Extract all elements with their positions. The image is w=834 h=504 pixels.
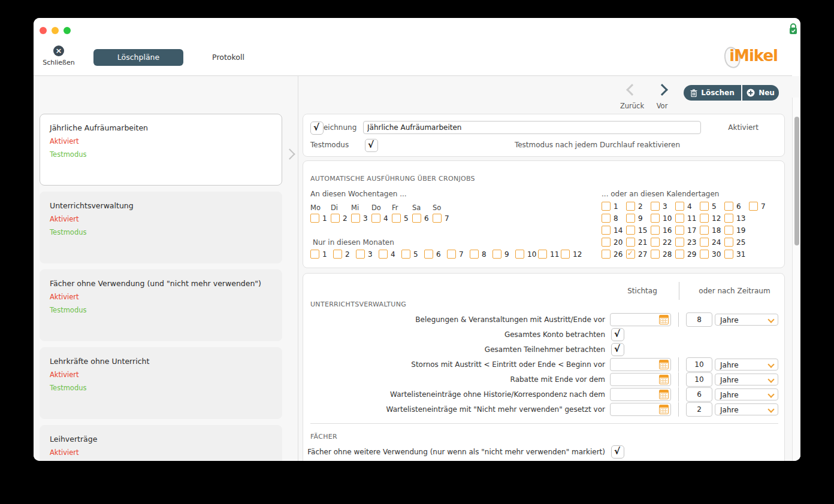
period-unit-select[interactable]: Jahre bbox=[715, 374, 778, 385]
month-2-checkbox[interactable] bbox=[333, 250, 342, 259]
settings-checkbox[interactable] bbox=[611, 343, 624, 356]
weekday-name: Mo bbox=[310, 204, 331, 212]
calendar-day-3-number: 3 bbox=[663, 202, 667, 211]
period-unit-select[interactable]: Jahre bbox=[715, 403, 778, 415]
plan-list-item-1[interactable]: UnterrichtsverwaltungAktiviertTestmodus bbox=[40, 192, 282, 263]
calendar-day-5-checkbox[interactable] bbox=[700, 202, 709, 211]
month-4-checkbox[interactable] bbox=[379, 250, 388, 259]
period-value-input[interactable] bbox=[686, 387, 712, 402]
plan-list-item-2[interactable]: Fächer ohne Verwendung (und "nicht mehr … bbox=[40, 269, 282, 341]
date-input[interactable] bbox=[610, 313, 671, 326]
month-10-checkbox[interactable] bbox=[515, 250, 524, 259]
weekday-2-checkbox[interactable] bbox=[331, 214, 340, 223]
month-3-checkbox[interactable] bbox=[356, 250, 365, 259]
calendar-day-2-checkbox[interactable] bbox=[626, 202, 635, 211]
weekday-1-checkbox[interactable] bbox=[310, 214, 319, 223]
column-header-zeitraum: oder nach Zeitraum bbox=[687, 287, 782, 295]
calendar-day-18-checkbox[interactable] bbox=[700, 226, 709, 235]
settings-checkbox[interactable] bbox=[611, 445, 624, 459]
calendar-day-24-checkbox[interactable] bbox=[700, 238, 709, 247]
month-6-checkbox[interactable] bbox=[424, 250, 433, 259]
plan-status-testmodus: Testmodus bbox=[50, 306, 273, 314]
calendar-day-19-checkbox[interactable] bbox=[724, 226, 733, 235]
calendar-day-15-checkbox[interactable] bbox=[626, 226, 635, 235]
calendar-day-11-number: 11 bbox=[687, 214, 696, 223]
scrollbar-thumb[interactable] bbox=[794, 117, 799, 245]
traffic-light-close[interactable] bbox=[40, 27, 47, 34]
calendar-day-1-checkbox[interactable] bbox=[602, 202, 611, 211]
calendar-day-13-checkbox[interactable] bbox=[724, 214, 733, 223]
calendar-day-17-checkbox[interactable] bbox=[675, 226, 684, 235]
traffic-light-zoom[interactable] bbox=[64, 27, 71, 34]
calendar-day-30-checkbox[interactable] bbox=[700, 250, 709, 259]
tab-protokoll[interactable]: Protokoll bbox=[201, 49, 255, 66]
bezeichnung-input[interactable] bbox=[363, 121, 701, 134]
period-unit-select[interactable]: Jahre bbox=[715, 388, 778, 400]
date-input[interactable] bbox=[610, 403, 671, 416]
period-value-input[interactable] bbox=[686, 357, 712, 372]
calendar-day-27-checkbox[interactable] bbox=[626, 250, 635, 259]
calendar-day-11-checkbox[interactable] bbox=[675, 214, 684, 223]
month-7-checkbox[interactable] bbox=[447, 250, 456, 259]
period-value-input[interactable] bbox=[686, 312, 712, 327]
tab-loeschplaene[interactable]: Löschpläne bbox=[93, 49, 183, 66]
new-button[interactable]: Neu bbox=[742, 85, 779, 101]
calendar-day-10-checkbox[interactable] bbox=[651, 214, 660, 223]
month-10: 10 bbox=[515, 250, 538, 259]
date-input[interactable] bbox=[610, 358, 671, 371]
weekday-3-checkbox[interactable] bbox=[351, 214, 360, 223]
month-8-checkbox[interactable] bbox=[470, 250, 479, 259]
plan-list-item-4[interactable]: LeihverträgeAktiviertTestmodus bbox=[40, 425, 282, 461]
calendar-day-6-checkbox[interactable] bbox=[724, 202, 733, 211]
period-unit-select[interactable]: Jahre bbox=[715, 314, 778, 326]
calendar-day-3-checkbox[interactable] bbox=[651, 202, 660, 211]
calendar-day-12-checkbox[interactable] bbox=[700, 214, 709, 223]
settings-checkbox[interactable] bbox=[611, 328, 624, 341]
month-9-checkbox[interactable] bbox=[492, 250, 501, 259]
calendar-day-31-checkbox[interactable] bbox=[724, 250, 733, 259]
calendar-day-22-checkbox[interactable] bbox=[651, 238, 660, 247]
aktiviert-checkbox[interactable] bbox=[310, 122, 324, 135]
period-unit-select[interactable]: Jahre bbox=[715, 359, 778, 371]
calendar-day-16-checkbox[interactable] bbox=[651, 226, 660, 235]
month-11-checkbox[interactable] bbox=[538, 250, 547, 259]
date-input[interactable] bbox=[610, 373, 671, 386]
month-12-checkbox[interactable] bbox=[561, 250, 570, 259]
month-1-checkbox[interactable] bbox=[310, 250, 319, 259]
weekday-6-checkbox[interactable] bbox=[412, 214, 421, 223]
period-unit-value: Jahre bbox=[720, 391, 739, 399]
plan-list-item-0[interactable]: Jährliche AufräumarbeitenAktiviertTestmo… bbox=[40, 114, 282, 186]
calendar-day-8-checkbox[interactable] bbox=[602, 214, 611, 223]
period-value-input[interactable] bbox=[686, 402, 712, 417]
month-5-checkbox[interactable] bbox=[401, 250, 410, 259]
back-button[interactable]: Zurück bbox=[618, 83, 646, 110]
weekday-5-checkbox[interactable] bbox=[392, 214, 401, 223]
weekday-4-checkbox[interactable] bbox=[371, 214, 380, 223]
calendar-day-25-checkbox[interactable] bbox=[724, 238, 733, 247]
calendar-day-23-checkbox[interactable] bbox=[675, 238, 684, 247]
plan-list-item-3[interactable]: Lehrkräfte ohne UnterrichtAktiviertTestm… bbox=[40, 347, 282, 419]
calendar-day-29-checkbox[interactable] bbox=[675, 250, 684, 259]
traffic-light-minimize[interactable] bbox=[52, 27, 59, 34]
calendar-day-20-checkbox[interactable] bbox=[602, 238, 611, 247]
period-value-input[interactable] bbox=[686, 372, 712, 387]
delete-button[interactable]: Löschen bbox=[684, 85, 741, 101]
close-button[interactable]: × Schließen bbox=[42, 44, 75, 66]
cronjobs-section-title: AUTOMATISCHE AUSFÜHRUNG ÜBER CRONJOBS bbox=[310, 175, 475, 183]
forward-button[interactable]: Vor bbox=[648, 83, 676, 110]
plan-status-testmodus: Testmodus bbox=[50, 150, 273, 159]
calendar-day-26-checkbox[interactable] bbox=[602, 250, 611, 259]
calendar-day-9-checkbox[interactable] bbox=[626, 214, 635, 223]
calendar-day-4-checkbox[interactable] bbox=[675, 202, 684, 211]
testmodus-checkbox[interactable] bbox=[365, 139, 378, 152]
calendar-day-28-checkbox[interactable] bbox=[651, 250, 660, 259]
chevron-right-icon bbox=[656, 84, 668, 96]
settings-row-label: Fächer ohne weitere Verwendung (nur wenn… bbox=[303, 448, 610, 456]
date-input[interactable] bbox=[610, 388, 671, 401]
calendar-day-21-checkbox[interactable] bbox=[626, 238, 635, 247]
calendar-day-14-checkbox[interactable] bbox=[602, 226, 611, 235]
scrollbar[interactable] bbox=[792, 98, 800, 461]
month-5-number: 5 bbox=[413, 250, 418, 259]
calendar-day-7-checkbox[interactable] bbox=[749, 202, 758, 211]
weekday-7-checkbox[interactable] bbox=[433, 214, 442, 223]
